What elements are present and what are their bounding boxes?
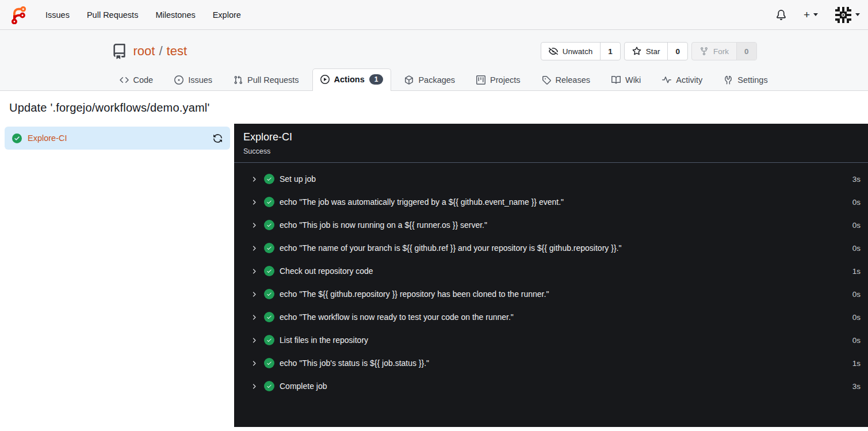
fork-icon (699, 47, 709, 56)
step-row[interactable]: List files in the repository 0s (234, 329, 868, 352)
stars-count[interactable]: 0 (667, 43, 687, 60)
plus-icon: + (804, 9, 810, 20)
step-row[interactable]: echo "This job is now running on a ${{ r… (234, 213, 868, 237)
repo-header: root / test Unwatch 1 (0, 30, 868, 91)
chevron-right-icon[interactable] (250, 199, 258, 206)
step-list: Set up job 3s echo "The job was automati… (234, 163, 868, 398)
step-success-icon (264, 289, 274, 299)
chevron-right-icon[interactable] (250, 360, 258, 367)
star-icon (632, 47, 641, 56)
step-row[interactable]: echo "This job's status is ${{ job.statu… (234, 352, 868, 375)
nav-explore[interactable]: Explore (204, 0, 250, 30)
tab-label: Activity (676, 75, 702, 85)
issue-icon (174, 75, 183, 85)
navbar-right-group: + (776, 7, 862, 23)
step-row[interactable]: echo "The name of your branch is ${{ git… (234, 237, 868, 260)
step-success-icon (264, 197, 274, 207)
step-title: echo "The job was automatically triggere… (280, 197, 564, 207)
chevron-right-icon[interactable] (250, 268, 258, 275)
chevron-right-icon[interactable] (250, 291, 258, 298)
package-icon (404, 75, 414, 85)
code-icon (120, 75, 129, 85)
star-button-group: Star 0 (624, 42, 688, 60)
sidebar-job-explore-ci[interactable]: Explore-CI (5, 127, 230, 150)
play-circle-icon (320, 75, 330, 84)
star-button[interactable]: Star (625, 43, 668, 60)
tab-packages[interactable]: Packages (396, 70, 463, 90)
step-duration: 1s (852, 267, 861, 276)
step-duration: 3s (852, 175, 861, 184)
step-row[interactable]: echo "The ${{ github.repository }} repos… (234, 283, 868, 306)
step-title: List files in the repository (280, 335, 368, 345)
jobs-sidebar: Explore-CI (0, 124, 234, 427)
tab-issues[interactable]: Issues (166, 70, 220, 90)
tools-icon (724, 75, 733, 85)
repo-action-buttons: Unwatch 1 Star 0 Fork (541, 42, 757, 60)
tab-actions[interactable]: Actions 1 (312, 68, 392, 91)
step-duration: 0s (852, 336, 861, 345)
tab-settings[interactable]: Settings (716, 70, 775, 90)
tab-label: Projects (490, 75, 520, 85)
fork-button-group: Fork 0 (691, 42, 757, 60)
tab-label: Actions (334, 75, 365, 84)
tab-wiki[interactable]: Wiki (603, 70, 649, 90)
tab-code[interactable]: Code (112, 70, 162, 90)
step-success-icon (264, 243, 274, 253)
tab-activity[interactable]: Activity (654, 70, 710, 90)
step-row[interactable]: Check out repository code 1s (234, 260, 868, 283)
user-avatar (835, 7, 851, 23)
step-row[interactable]: echo "The workflow is now ready to test … (234, 306, 868, 329)
chevron-right-icon[interactable] (250, 337, 258, 344)
chevron-right-icon[interactable] (250, 383, 258, 390)
tab-label: Packages (418, 75, 455, 85)
nav-issues[interactable]: Issues (37, 0, 78, 30)
top-navbar: Issues Pull Requests Milestones Explore … (0, 0, 868, 30)
chevron-right-icon[interactable] (250, 176, 258, 183)
check-circle-icon (12, 134, 22, 143)
fork-button: Fork (692, 43, 736, 60)
tab-projects[interactable]: Projects (468, 70, 528, 90)
step-row[interactable]: Complete job 3s (234, 375, 868, 398)
step-row[interactable]: Set up job 3s (234, 167, 868, 190)
tab-pull-requests[interactable]: Pull Requests (225, 70, 307, 90)
step-duration: 3s (852, 382, 861, 391)
step-title: Complete job (280, 382, 327, 391)
step-title: Set up job (280, 174, 316, 184)
star-label: Star (646, 47, 660, 56)
nav-milestones[interactable]: Milestones (147, 0, 204, 30)
book-icon (611, 75, 621, 85)
repo-owner-link[interactable]: root (133, 44, 155, 59)
tab-label: Settings (737, 75, 767, 85)
nav-pull-requests[interactable]: Pull Requests (78, 0, 147, 30)
chevron-right-icon[interactable] (250, 245, 258, 252)
step-title: echo "The name of your branch is ${{ git… (280, 243, 621, 253)
step-duration: 0s (852, 244, 861, 253)
chevron-down-icon (855, 13, 860, 16)
create-new-menu[interactable]: + (804, 9, 818, 20)
tab-releases[interactable]: Releases (534, 70, 598, 90)
step-row[interactable]: echo "The job was automatically triggere… (234, 190, 868, 213)
watchers-count[interactable]: 1 (600, 43, 620, 60)
step-success-icon (264, 312, 274, 322)
step-duration: 0s (852, 290, 861, 299)
user-menu[interactable] (835, 7, 860, 23)
tab-label: Releases (556, 75, 590, 85)
job-name-link[interactable]: Explore-CI (28, 134, 67, 143)
watch-button-group: Unwatch 1 (541, 42, 621, 60)
step-title: echo "The ${{ github.repository }} repos… (280, 289, 549, 299)
page-title: Update '.forgejo/workflows/demo.yaml' (0, 91, 868, 124)
notifications-bell-icon[interactable] (776, 10, 786, 20)
repository-icon (112, 44, 127, 59)
unwatch-button[interactable]: Unwatch (541, 43, 601, 60)
project-board-icon (476, 75, 485, 85)
chevron-right-icon[interactable] (250, 222, 258, 229)
step-duration: 0s (852, 221, 861, 230)
chevron-right-icon[interactable] (250, 314, 258, 321)
repo-name-link[interactable]: test (167, 44, 187, 59)
refresh-icon[interactable] (213, 134, 223, 143)
tab-label: Wiki (625, 75, 641, 85)
forks-count: 0 (736, 43, 756, 60)
repo-title-row: root / test Unwatch 1 (112, 41, 757, 61)
workflow-run-layout: Explore-CI Explore-CI Success (0, 124, 868, 427)
forgejo-logo-icon[interactable] (9, 6, 28, 24)
